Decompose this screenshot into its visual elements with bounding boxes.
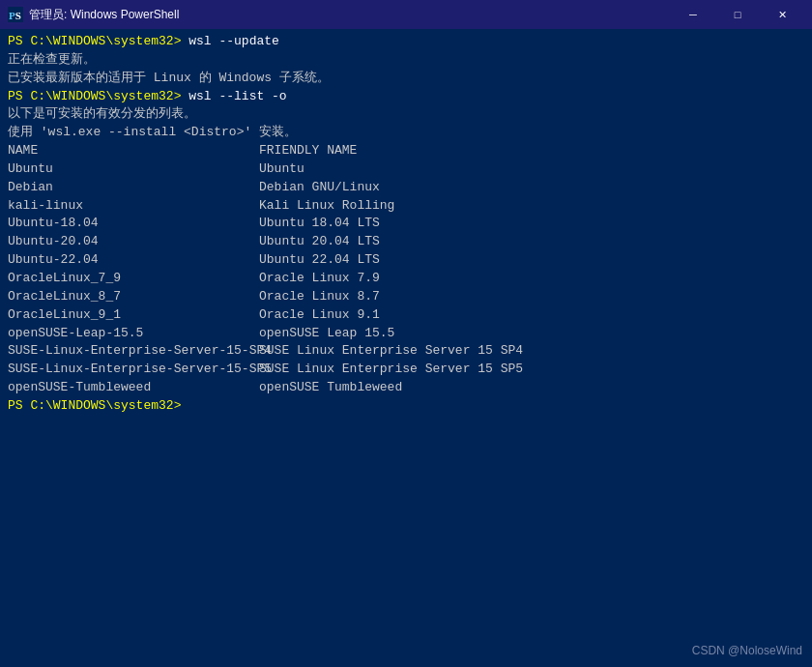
distro-friendly-name: Ubuntu 22.04 LTS	[259, 252, 380, 267]
prompt: PS C:\WINDOWS\system32>	[8, 34, 181, 48]
output-line: 使用 'wsl.exe --install <Distro>' 安装。	[8, 124, 804, 142]
close-button[interactable]: ✕	[760, 0, 804, 29]
powershell-icon: PS	[8, 7, 23, 22]
distro-name: Ubuntu-22.04	[8, 251, 259, 270]
distro-name: OracleLinux_8_7	[8, 288, 259, 306]
titlebar-left: PS 管理员: Windows PowerShell	[8, 7, 179, 23]
distro-name: Ubuntu	[8, 160, 259, 179]
distro-friendly-name: SUSE Linux Enterprise Server 15 SP4	[259, 343, 523, 358]
output-line: 已安装最新版本的适用于 Linux 的 Windows 子系统。	[8, 70, 804, 88]
table-row: OracleLinux_8_7Oracle Linux 8.7	[8, 288, 804, 306]
table-row: SUSE-Linux-Enterprise-Server-15-SP5SUSE …	[8, 361, 804, 379]
table-row: OracleLinux_7_9Oracle Linux 7.9	[8, 270, 804, 288]
distro-friendly-name: Ubuntu	[259, 161, 304, 176]
distro-friendly-name: Ubuntu 18.04 LTS	[259, 216, 380, 230]
terminal-body[interactable]: PS C:\WINDOWS\system32> wsl --update正在检查…	[0, 29, 812, 667]
prompt: PS C:\WINDOWS\system32>	[8, 398, 181, 413]
distro-name: kali-linux	[8, 197, 259, 216]
distro-friendly-name: Ubuntu 20.04 LTS	[259, 234, 380, 248]
table-row: DebianDebian GNU/Linux	[8, 179, 804, 197]
table-row: OracleLinux_9_1Oracle Linux 9.1	[8, 306, 804, 325]
distro-name: Debian	[8, 179, 259, 197]
prompt: PS C:\WINDOWS\system32>	[8, 89, 181, 103]
table-row: UbuntuUbuntu	[8, 160, 804, 179]
distro-name: OracleLinux_9_1	[8, 306, 259, 325]
output-line: 以下是可安装的有效分发的列表。	[8, 105, 804, 124]
window: PS 管理员: Windows PowerShell ─ □ ✕ PS C:\W…	[0, 0, 812, 667]
prompt-line: PS C:\WINDOWS\system32>	[8, 397, 804, 416]
svg-text:PS: PS	[9, 10, 21, 21]
distro-friendly-name: Oracle Linux 9.1	[259, 307, 380, 322]
distro-name: openSUSE-Tumbleweed	[8, 379, 259, 397]
distro-friendly-name: openSUSE Tumbleweed	[259, 380, 402, 394]
maximize-button[interactable]: □	[715, 0, 760, 29]
distro-name: Ubuntu-20.04	[8, 233, 259, 251]
distro-name: OracleLinux_7_9	[8, 270, 259, 288]
output-line: 正在检查更新。	[8, 51, 804, 70]
col-name-header: NAME	[8, 142, 259, 160]
table-row: SUSE-Linux-Enterprise-Server-15-SP4SUSE …	[8, 342, 804, 361]
distro-name: openSUSE-Leap-15.5	[8, 325, 259, 343]
distro-name: Ubuntu-18.04	[8, 215, 259, 233]
terminal-line: PS C:\WINDOWS\system32> wsl --update	[8, 33, 804, 51]
titlebar: PS 管理员: Windows PowerShell ─ □ ✕	[0, 0, 812, 29]
titlebar-controls: ─ □ ✕	[671, 0, 804, 29]
distro-friendly-name: openSUSE Leap 15.5	[259, 326, 394, 340]
distro-friendly-name: Oracle Linux 8.7	[259, 289, 380, 304]
distro-name: SUSE-Linux-Enterprise-Server-15-SP4	[8, 342, 259, 361]
distro-name: SUSE-Linux-Enterprise-Server-15-SP5	[8, 361, 259, 379]
distro-friendly-name: SUSE Linux Enterprise Server 15 SP5	[259, 362, 523, 376]
titlebar-title: 管理员: Windows PowerShell	[29, 7, 179, 23]
table-row: Ubuntu-22.04Ubuntu 22.04 LTS	[8, 251, 804, 270]
terminal-line: PS C:\WINDOWS\system32> wsl --list -o	[8, 88, 804, 106]
table-row: openSUSE-Leap-15.5openSUSE Leap 15.5	[8, 325, 804, 343]
command-text: wsl --update	[181, 34, 278, 48]
table-row: openSUSE-TumbleweedopenSUSE Tumbleweed	[8, 379, 804, 397]
distro-friendly-name: Kali Linux Rolling	[259, 198, 394, 213]
col-friendly-header: FRIENDLY NAME	[259, 143, 357, 158]
distro-friendly-name: Debian GNU/Linux	[259, 180, 380, 194]
distro-friendly-name: Oracle Linux 7.9	[259, 271, 380, 285]
table-header: NAMEFRIENDLY NAME	[8, 142, 804, 160]
table-row: Ubuntu-20.04Ubuntu 20.04 LTS	[8, 233, 804, 251]
table-row: kali-linuxKali Linux Rolling	[8, 197, 804, 216]
minimize-button[interactable]: ─	[671, 0, 715, 29]
watermark: CSDN @NoloseWind	[692, 644, 802, 657]
command-text: wsl --list -o	[181, 89, 286, 103]
table-row: Ubuntu-18.04Ubuntu 18.04 LTS	[8, 215, 804, 233]
